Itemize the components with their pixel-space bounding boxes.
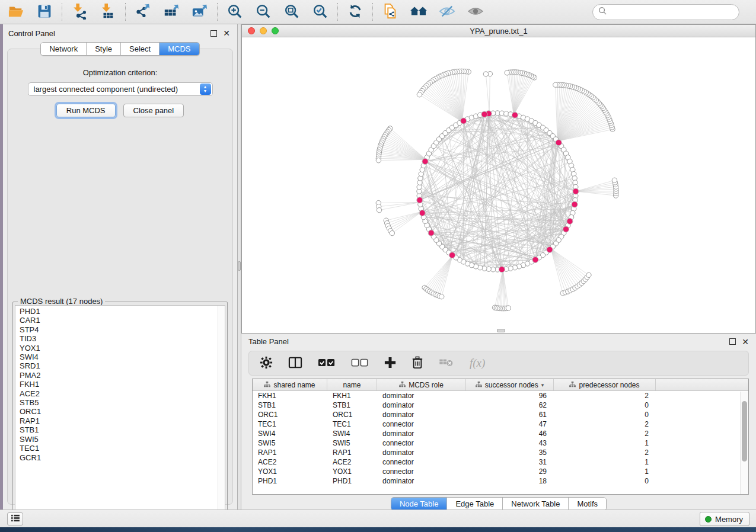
column-header-predecessor-nodes[interactable]: predecessor nodes [554,379,656,390]
open-file-button[interactable] [6,2,26,21]
mcds-hub-node[interactable] [512,112,518,118]
table-settings-button[interactable] [260,356,273,371]
mcds-hub-node[interactable] [532,257,538,263]
mcds-hub-node[interactable] [547,246,553,252]
criterion-select[interactable]: largest connected component (undirected)… [28,82,213,96]
tab-network-table[interactable]: Network Table [503,498,569,510]
mcds-result-item[interactable]: ACE2 [20,389,225,398]
column-header-mcds-role[interactable]: MCDS role [377,379,466,390]
network-node[interactable] [377,208,381,213]
create-column-button[interactable] [384,357,396,370]
table-row[interactable]: PHD1PHD1dominator180 [253,476,748,486]
float-table-panel-icon[interactable] [729,338,736,345]
mcds-result-item[interactable]: STB1 [20,425,225,434]
mcds-result-item[interactable]: YOX1 [20,344,225,352]
mcds-result-list[interactable]: PHD1CAR1STP4TID3YOX1SWI4SRD1PMA2FKH1ACE2… [15,305,225,518]
apply-style-button[interactable] [345,2,365,21]
deselect-all-columns-button[interactable] [351,358,369,369]
column-header-successor-nodes[interactable]: successor nodes▾ [466,379,554,390]
zoom-in-button[interactable] [225,2,245,21]
table-row[interactable]: RAP1RAP1dominator352 [253,448,748,457]
network-node[interactable] [483,72,488,76]
clone-network-button[interactable] [380,2,400,21]
tab-motifs[interactable]: Motifs [569,498,606,510]
mcds-hub-node[interactable] [572,201,578,207]
export-table-button[interactable] [161,2,181,21]
close-table-panel-icon[interactable]: ✕ [742,338,749,346]
column-header-name[interactable]: name [327,379,377,390]
delete-column-button[interactable] [412,356,423,371]
network-node[interactable] [417,92,422,97]
first-neighbors-button[interactable] [409,2,429,21]
splitter-grip[interactable] [238,261,241,271]
save-session-button[interactable] [34,2,55,21]
search-field[interactable] [592,4,739,20]
table-row[interactable]: TEC1TEC1connector472 [253,419,748,429]
table-scrollbar[interactable] [740,392,748,494]
table-row[interactable]: STB1STB1dominator620 [253,400,748,410]
mcds-hub-node[interactable] [419,210,425,216]
table-row[interactable]: FKH1FKH1dominator962 [253,391,748,400]
close-panel-icon[interactable]: ✕ [223,29,230,37]
mcds-result-item[interactable]: GCR1 [20,453,225,462]
mcds-hub-node[interactable] [556,140,562,146]
export-network-button[interactable] [133,2,153,21]
mcds-result-item[interactable]: RAP1 [20,416,225,425]
tab-style[interactable]: Style [87,43,121,55]
table-row[interactable]: ORC1ORC1dominator610 [253,410,748,419]
network-node[interactable] [439,294,444,299]
mcds-hub-node[interactable] [449,252,455,258]
network-node[interactable] [505,70,509,75]
network-node[interactable] [553,82,558,87]
mcds-hub-node[interactable] [461,118,467,124]
network-node[interactable] [390,230,394,235]
column-header-shared-name[interactable]: shared name [253,379,327,390]
mcds-result-item[interactable]: STB5 [20,398,225,407]
table-row[interactable]: YOX1YOX1connector291 [253,467,748,476]
import-network-button[interactable] [69,2,90,21]
tab-select[interactable]: Select [121,43,160,55]
mcds-hub-node[interactable] [567,219,573,225]
mcds-hub-node[interactable] [481,111,487,117]
mcds-result-item[interactable]: PHD1 [20,307,225,316]
tab-network[interactable]: Network [41,43,87,55]
table-row[interactable]: SWI4SWI4dominator462 [253,429,748,438]
panel-splitter[interactable] [237,24,241,509]
mcds-result-item[interactable]: SWI4 [20,352,225,361]
show-column-panel-button[interactable] [288,356,302,371]
mcds-list-scrollbar[interactable] [218,306,225,518]
mcds-result-item[interactable]: SRD1 [20,361,225,370]
table-row[interactable]: SWI5SWI5connector431 [253,438,748,448]
mcds-result-item[interactable]: STP4 [20,325,225,334]
hide-selected-button[interactable] [437,2,457,21]
table-scrollbar-thumb[interactable] [742,401,747,462]
mcds-hub-node[interactable] [563,226,569,232]
import-table-button[interactable] [98,2,118,21]
mcds-hub-node[interactable] [417,197,423,203]
network-graph[interactable] [242,37,755,333]
mcds-hub-node[interactable] [428,230,434,236]
tab-mcds[interactable]: MCDS [160,43,199,55]
select-all-columns-button[interactable] [318,358,336,369]
mcds-result-item[interactable]: PMA2 [20,371,225,380]
network-canvas[interactable] [242,37,755,333]
run-mcds-button[interactable]: Run MCDS [56,104,116,117]
table-row[interactable]: ACE2ACE2connector311 [253,457,748,467]
mcds-result-item[interactable]: CAR1 [20,316,225,325]
network-window-titlebar[interactable]: YPA_prune.txt_1 [242,25,755,37]
mcds-hub-node[interactable] [499,267,505,273]
network-node[interactable] [376,158,381,163]
mcds-hub-node[interactable] [422,159,428,165]
mcds-result-item[interactable]: TEC1 [20,444,225,453]
mcds-result-item[interactable]: ORC1 [20,407,225,416]
zoom-fit-button[interactable] [282,2,302,21]
float-panel-icon[interactable] [210,30,217,37]
tab-edge-table[interactable]: Edge Table [447,498,503,510]
network-node[interactable] [586,273,591,277]
mcds-result-item[interactable]: SWI5 [20,435,225,444]
mcds-result-item[interactable]: TID3 [20,334,225,343]
window-resize-grip[interactable] [497,329,505,332]
memory-button[interactable]: Memory [700,512,749,526]
network-node[interactable] [506,306,511,310]
search-input[interactable] [610,8,729,17]
